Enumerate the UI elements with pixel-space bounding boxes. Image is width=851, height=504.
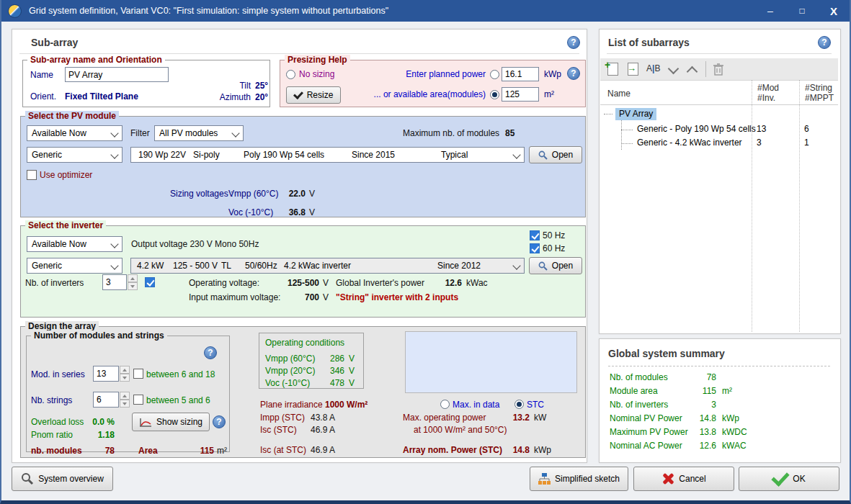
input-max-voltage-unit: V	[323, 292, 329, 303]
summary-row-value: 13.8	[672, 427, 716, 438]
hz50-checkbox[interactable]	[530, 230, 540, 240]
mod-series-range-checkbox[interactable]	[133, 369, 143, 379]
planned-power-radio[interactable]	[490, 70, 499, 79]
global-summary-panel: Global system summary Nb. of modules 78 …	[599, 338, 841, 463]
max-power-condition: at 1000 W/m² and 50°C)	[414, 425, 507, 436]
presizing-help-icon[interactable]: ?	[567, 67, 580, 80]
column-string[interactable]: #String	[805, 83, 832, 94]
column-mod[interactable]: #Mod	[757, 83, 779, 94]
app-logo-icon	[8, 4, 22, 18]
summary-row-label: Module area	[610, 386, 658, 397]
opcond-row-label: Vmpp (20°C)	[265, 366, 316, 377]
summary-row-value: 12.6	[672, 441, 716, 451]
filter-label: Filter	[130, 128, 150, 139]
name-label: Name	[30, 70, 53, 81]
impp-value: 43.8 A	[311, 413, 335, 423]
tree-connector	[604, 114, 612, 114]
inverter-auto-checkbox[interactable]	[145, 277, 155, 287]
inverter-brand-select[interactable]: Generic	[27, 258, 122, 274]
inverter-model-select[interactable]: 4.2 kW 125 - 500 V TL 50/60Hz 4.2 kWac i…	[130, 258, 525, 274]
system-overview-label: System overview	[38, 474, 104, 484]
stc-radio[interactable]	[514, 400, 524, 409]
area-total-unit: m²	[217, 446, 227, 456]
pv-module-select[interactable]: 190 Wp 22V Si-poly Poly 190 Wp 54 cells …	[130, 147, 525, 163]
spin-up-icon[interactable]	[128, 274, 138, 282]
use-optimizer-checkbox[interactable]	[27, 170, 37, 180]
cancel-button[interactable]: Cancel	[633, 467, 734, 491]
chevron-down-icon	[231, 129, 239, 137]
use-optimizer-label: Use optimizer	[40, 170, 92, 181]
nb-strings-range-checkbox[interactable]	[133, 395, 143, 405]
summary-row-label: Nb. of inverters	[610, 400, 668, 410]
hz50-label: 50 Hz	[543, 230, 565, 241]
opcond-row-unit: V	[349, 378, 355, 389]
design-array-group: Design the array Number of modules and s…	[20, 326, 586, 458]
global-summary-title: Global system summary	[608, 348, 725, 359]
close-button[interactable]: X	[818, 0, 850, 22]
minimize-button[interactable]: –	[754, 0, 786, 22]
pv-module-title: Select the PV module	[25, 111, 119, 121]
input-max-voltage-value: 700	[275, 292, 319, 303]
name-orientation-title: Sub-array name and Orientation	[27, 55, 165, 65]
spin-up-icon[interactable]	[120, 392, 130, 400]
subarrays-list-title: List of subarrays	[608, 37, 690, 48]
system-overview-button[interactable]: System overview	[12, 467, 113, 491]
move-up-button[interactable]	[687, 66, 698, 78]
open-label: Open	[552, 261, 573, 271]
simplified-sketch-button[interactable]: Simplified sketch	[530, 467, 628, 491]
show-sizing-help-icon[interactable]: ?	[213, 415, 226, 428]
voc-value: 36.8	[273, 207, 306, 218]
tree-root-pv-array[interactable]: PV Array	[615, 108, 656, 120]
area-label: ... or available area(modules)	[367, 89, 486, 100]
delete-subarray-button[interactable]	[713, 62, 724, 76]
spin-down-icon[interactable]	[120, 400, 130, 408]
planned-power-input[interactable]	[502, 67, 539, 81]
rename-subarray-button[interactable]: A|B	[646, 63, 660, 73]
column-inv[interactable]: #Inv.	[757, 93, 775, 104]
pv-availability-select[interactable]: Available Now	[27, 125, 122, 141]
nb-inverters-stepper[interactable]	[102, 274, 138, 290]
resize-button[interactable]: Resize	[286, 86, 341, 104]
no-sizing-radio[interactable]	[286, 70, 295, 79]
pv-open-button[interactable]: Open	[529, 146, 582, 163]
hz60-checkbox[interactable]	[530, 243, 540, 253]
spin-down-icon[interactable]	[128, 282, 138, 290]
area-input[interactable]	[502, 87, 539, 102]
sizing-chart-icon	[139, 418, 152, 427]
isc-value: 46.9 A	[311, 425, 335, 436]
inverter-open-button[interactable]: Open	[529, 257, 582, 274]
spin-up-icon[interactable]	[120, 366, 130, 374]
tree-item-module[interactable]: Generic - Poly 190 Wp 54 cells	[637, 124, 756, 135]
open-label: Open	[552, 150, 573, 160]
subarray-help-icon[interactable]: ?	[567, 36, 580, 49]
simplified-sketch-label: Simplified sketch	[555, 474, 620, 484]
array-nom-power-value: 14.8	[498, 445, 530, 456]
mod-series-label: Mod. in series	[31, 369, 85, 380]
summary-row-value: 3	[672, 400, 716, 410]
cancel-x-icon	[661, 472, 674, 485]
name-orientation-group: Sub-array name and Orientation Name Orie…	[22, 60, 270, 107]
mod-series-stepper[interactable]	[93, 366, 130, 382]
nb-strings-stepper[interactable]	[93, 392, 130, 408]
pv-brand-select[interactable]: Generic	[27, 147, 122, 163]
area-radio[interactable]	[490, 90, 499, 99]
inverter-availability-select[interactable]: Available Now	[27, 236, 122, 252]
maximize-button[interactable]: □	[786, 0, 818, 22]
chevron-down-icon	[110, 240, 118, 248]
pv-filter-select[interactable]: All PV modules	[154, 125, 244, 141]
ok-button[interactable]: OK	[739, 467, 839, 491]
spin-down-icon[interactable]	[120, 374, 130, 382]
column-name[interactable]: Name	[607, 89, 631, 99]
show-sizing-button[interactable]: Show sizing	[132, 413, 210, 431]
operating-conditions-title: Operating conditions	[265, 338, 344, 348]
nb-inverters-label: Nb. of inverters	[25, 278, 84, 289]
subarray-name-input[interactable]	[65, 67, 169, 82]
subarrays-list-help-icon[interactable]: ?	[818, 36, 831, 49]
ok-label: OK	[793, 474, 805, 484]
move-down-button[interactable]	[668, 63, 680, 75]
max-in-data-radio[interactable]	[440, 400, 450, 409]
tree-item-inverter[interactable]: Generic - 4.2 kWac inverter	[637, 138, 742, 148]
operating-voltage-value: 125-500	[275, 278, 319, 289]
column-mppt[interactable]: #MPPT	[805, 93, 834, 104]
modules-strings-help-icon[interactable]: ?	[204, 346, 217, 359]
